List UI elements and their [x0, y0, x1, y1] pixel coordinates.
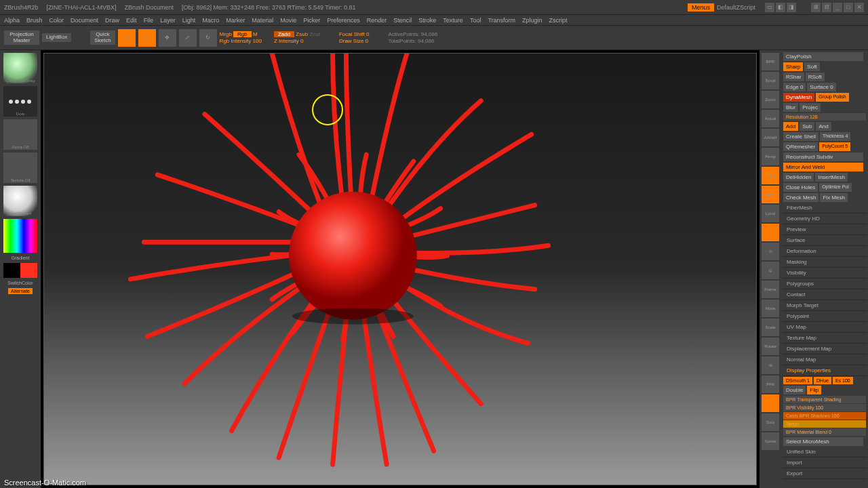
group-polish[interactable]: Group Polish [816, 93, 848, 102]
z-intensity[interactable]: Z Intensity 0 [274, 38, 320, 44]
project-button[interactable]: Projec [800, 103, 821, 112]
soft-button[interactable]: Soft [804, 62, 819, 71]
menu-picker[interactable]: Picker [303, 17, 320, 24]
surface-slider[interactable]: Surface 0 [807, 83, 835, 92]
section-uvmap[interactable]: UV Map [783, 322, 867, 333]
scale-button[interactable]: Scale [762, 319, 779, 336]
zcut-label[interactable]: Zcut [309, 31, 320, 37]
draw-button[interactable]: ✏ [138, 29, 156, 47]
rshar-button[interactable]: RShar [783, 73, 804, 81]
dynamesh-button[interactable]: DynaMesh [783, 93, 814, 102]
fixmesh[interactable]: Fix Mesh [820, 193, 847, 202]
bpr-vis[interactable]: BPR Visibility 100 [783, 404, 866, 411]
local-button[interactable]: Local [762, 205, 779, 222]
rgb-intensity[interactable]: Rgb Intensity 100 [220, 38, 262, 44]
edit-button[interactable]: ✎ [118, 29, 136, 47]
close-icon[interactable]: ✕ [854, 3, 864, 12]
swatch-red[interactable] [20, 263, 37, 278]
window-icon[interactable]: ◨ [787, 3, 796, 12]
section-fibermesh[interactable]: FiberMesh [783, 203, 867, 214]
floor-button[interactable]: Floor [762, 167, 779, 184]
section-displacement[interactable]: Displacement Map [783, 344, 867, 354]
window-icon[interactable]: ◧ [776, 3, 785, 12]
menu-file[interactable]: File [144, 17, 154, 24]
flip[interactable]: Flip [807, 386, 821, 394]
menu-document[interactable]: Document [71, 17, 98, 24]
section-deformation[interactable]: Deformation [783, 246, 867, 257]
menu-preferences[interactable]: Preferences [327, 17, 360, 24]
pfill-button[interactable]: PFill [762, 375, 779, 393]
rt-button[interactable] [762, 394, 779, 412]
minimize-icon[interactable]: _ [833, 3, 842, 12]
resolution-slider[interactable]: Resolution 128 [783, 113, 866, 121]
menu-transform[interactable]: Transform [488, 17, 515, 24]
menu-stencil[interactable]: Stencil [393, 17, 412, 24]
rt-button[interactable]: Q [762, 262, 779, 279]
viewport[interactable] [43, 53, 757, 485]
zsub-label[interactable]: Zsub [296, 31, 308, 37]
section-surface[interactable]: Surface [783, 235, 867, 246]
m-label[interactable]: M [253, 31, 258, 37]
persp-button[interactable]: Persp [762, 148, 779, 165]
move-button[interactable]: Move [762, 300, 779, 317]
rt-button[interactable]: ⊙ [762, 243, 779, 260]
solo-button[interactable]: Solo [762, 413, 779, 431]
section-preview[interactable]: Preview [783, 224, 867, 235]
switchcolor-label[interactable]: SwitchColor [7, 281, 33, 285]
bpr-shadow[interactable]: Casts BPR Shadows 100 [783, 412, 866, 420]
scale-button[interactable]: ⤢ [179, 29, 197, 47]
edge-slider[interactable]: Edge 0 [783, 83, 806, 92]
mirror-weld[interactable]: Mirror And Weld [783, 163, 863, 171]
select-micromesh[interactable]: Select MicroMesh [783, 437, 863, 446]
menu-macro[interactable]: Macro [202, 17, 219, 24]
rotate-button[interactable]: Rotate [762, 338, 779, 355]
menu-zplugin[interactable]: Zplugin [522, 17, 542, 24]
rotate-button[interactable]: ↻ [199, 29, 217, 47]
bpr-trans[interactable]: BPR Transparent Shading [783, 396, 866, 403]
bpr-tango[interactable]: Tango [783, 420, 866, 428]
claypolish-button[interactable]: ClayPolish [783, 52, 863, 61]
projection-master-button[interactable]: Projection Master [4, 30, 39, 45]
menu-brush[interactable]: Brush [26, 17, 43, 24]
reconstruct-subdiv[interactable]: Reconstruct Subdiv [783, 152, 863, 161]
lsym-button[interactable]: LSym [762, 186, 779, 203]
zoom-button[interactable]: Zoom [762, 91, 779, 108]
menu-layer[interactable]: Layer [160, 17, 176, 24]
dhue[interactable]: DHue [814, 377, 831, 384]
brush-thumb[interactable]: CurveTubeSnap [3, 53, 37, 83]
delhidden[interactable]: DelHidden [783, 173, 814, 182]
menus-button[interactable]: Menus [688, 3, 714, 12]
menu-marker[interactable]: Marker [226, 17, 245, 24]
actual-button[interactable]: Actual [762, 110, 779, 127]
section-contact[interactable]: Contact [783, 289, 867, 300]
rsoft-button[interactable]: RSoft [806, 73, 825, 81]
closeholes[interactable]: Close Holes [783, 183, 818, 192]
menu-draw[interactable]: Draw [105, 17, 119, 24]
draw-size[interactable]: Draw Size 0 [339, 38, 369, 44]
bpr-mat[interactable]: BPR Material Blend 0 [783, 428, 866, 436]
section-morphtarget[interactable]: Morph Target [783, 300, 867, 311]
dsmooth[interactable]: DSmooth 1 [783, 377, 812, 384]
zadd-button[interactable]: Zadd [274, 31, 294, 37]
aahalf-button[interactable]: AAHalf [762, 129, 779, 146]
menu-tool[interactable]: Tool [470, 17, 481, 24]
checkmesh[interactable]: Check Mesh [783, 193, 818, 202]
double[interactable]: Double [783, 386, 806, 394]
section-masking[interactable]: Masking [783, 257, 867, 268]
blur-button[interactable]: Blur [783, 103, 798, 112]
window-icon[interactable]: ▭ [765, 3, 774, 12]
rgb-button[interactable]: Rgb [233, 31, 252, 37]
focal-shift[interactable]: Focal Shift 0 [339, 31, 369, 37]
menu-movie[interactable]: Movie [280, 17, 296, 24]
es[interactable]: Es 100 [833, 377, 853, 384]
color-picker[interactable] [3, 219, 37, 253]
optimize[interactable]: Optimize Poi [819, 183, 852, 192]
sharp-button[interactable]: Sharp [783, 62, 803, 71]
polycount[interactable]: PolyCount 5 [819, 142, 850, 151]
menu-texture[interactable]: Texture [443, 17, 463, 24]
insertmesh[interactable]: InsertMesh [815, 173, 848, 182]
mrgb-label[interactable]: Mrgb [220, 31, 232, 37]
and-button[interactable]: And [816, 122, 831, 131]
section-normalmap[interactable]: Normal Map [783, 354, 867, 365]
menu-edit[interactable]: Edit [126, 17, 137, 24]
